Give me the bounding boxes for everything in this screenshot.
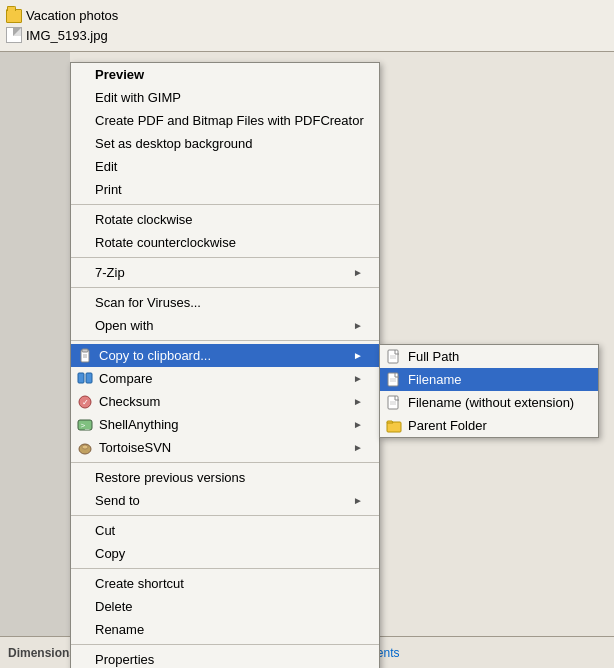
menu-item-delete[interactable]: Delete [71, 595, 379, 618]
arrow-shell-anything: ► [353, 419, 363, 430]
menu-item-copy[interactable]: Copy [71, 542, 379, 565]
context-menu: Preview Edit with GIMP Create PDF and Bi… [70, 62, 380, 668]
separator-8 [71, 644, 379, 645]
svg-point-21 [82, 445, 88, 449]
separator-3 [71, 287, 379, 288]
doc-icon-filename [384, 370, 404, 390]
arrow-tortoise-svn: ► [353, 442, 363, 453]
menu-item-properties[interactable]: Properties [71, 648, 379, 668]
left-panel [0, 52, 70, 636]
separator-1 [71, 204, 379, 205]
file-icon [6, 27, 22, 43]
menu-item-compare[interactable]: Compare ► [71, 367, 379, 390]
breadcrumb-file[interactable]: IMG_5193.jpg [6, 25, 608, 45]
menu-item-checksum[interactable]: ✓ Checksum ► [71, 390, 379, 413]
menu-item-rotate-ccw[interactable]: Rotate counterclockwise [71, 231, 379, 254]
menu-item-create-pdf[interactable]: Create PDF and Bitmap Files with PDFCrea… [71, 109, 379, 132]
breadcrumb-folder[interactable]: Vacation photos [6, 6, 608, 25]
arrow-send-to: ► [353, 495, 363, 506]
top-bar: Vacation photos IMG_5193.jpg [0, 0, 614, 52]
arrow-compare: ► [353, 373, 363, 384]
menu-item-cut[interactable]: Cut [71, 519, 379, 542]
menu-item-preview[interactable]: Preview [71, 63, 379, 86]
shell-anything-icon: >_ [75, 415, 95, 435]
menu-item-shell-anything[interactable]: >_ ShellAnything ► [71, 413, 379, 436]
svg-text:✓: ✓ [82, 398, 89, 407]
svg-rect-15 [86, 373, 92, 383]
file-label: IMG_5193.jpg [26, 28, 108, 43]
svg-rect-1 [82, 349, 88, 352]
copy-clipboard-submenu: Full Path Filename [379, 344, 599, 438]
separator-2 [71, 257, 379, 258]
arrow-open-with: ► [353, 320, 363, 331]
menu-item-edit-gimp[interactable]: Edit with GIMP [71, 86, 379, 109]
menu-item-rotate-cw[interactable]: Rotate clockwise [71, 208, 379, 231]
menu-item-rename[interactable]: Rename [71, 618, 379, 641]
compare-icon [75, 369, 95, 389]
arrow-7zip: ► [353, 267, 363, 278]
main-area: Preview Edit with GIMP Create PDF and Bi… [0, 52, 614, 668]
menu-item-create-shortcut[interactable]: Create shortcut [71, 572, 379, 595]
menu-item-set-desktop[interactable]: Set as desktop background [71, 132, 379, 155]
menu-item-scan-viruses[interactable]: Scan for Viruses... [71, 291, 379, 314]
separator-6 [71, 515, 379, 516]
menu-item-tortoise-svn[interactable]: TortoiseSVN ► [71, 436, 379, 459]
separator-7 [71, 568, 379, 569]
separator-4 [71, 340, 379, 341]
tortoise-svn-icon [75, 438, 95, 458]
separator-5 [71, 462, 379, 463]
menu-item-open-with[interactable]: Open with ► [71, 314, 379, 337]
svg-text:>_: >_ [80, 421, 90, 430]
submenu-item-full-path[interactable]: Full Path [380, 345, 598, 368]
menu-item-7zip[interactable]: 7-Zip ► [71, 261, 379, 284]
menu-item-restore-prev[interactable]: Restore previous versions [71, 466, 379, 489]
menu-item-edit[interactable]: Edit [71, 155, 379, 178]
doc-icon-fullpath [384, 347, 404, 367]
copy-clipboard-wrapper: Copy to clipboard... ► Full Path [71, 344, 379, 367]
arrow-checksum: ► [353, 396, 363, 407]
doc-icon-no-ext [384, 393, 404, 413]
arrow-copy-clipboard: ► [353, 350, 363, 361]
menu-item-copy-clipboard[interactable]: Copy to clipboard... ► [71, 344, 379, 367]
menu-item-print[interactable]: Print [71, 178, 379, 201]
folder-icon-parent [384, 416, 404, 436]
submenu-item-filename-no-ext[interactable]: Filename (without extension) [380, 391, 598, 414]
checksum-icon: ✓ [75, 392, 95, 412]
submenu-item-parent-folder[interactable]: Parent Folder [380, 414, 598, 437]
clipboard-icon [75, 346, 95, 366]
folder-icon [6, 9, 22, 23]
submenu-item-filename[interactable]: Filename [380, 368, 598, 391]
menu-item-send-to[interactable]: Send to ► [71, 489, 379, 512]
svg-rect-14 [78, 373, 84, 383]
folder-label: Vacation photos [26, 8, 118, 23]
